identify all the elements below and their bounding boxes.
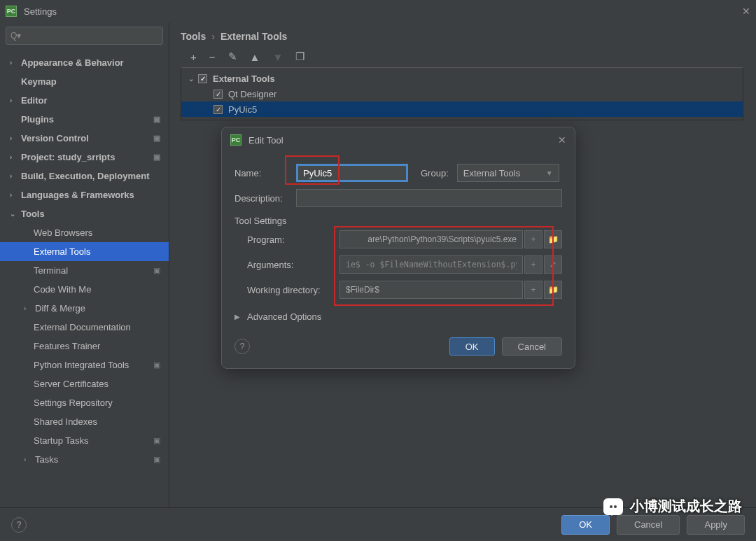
help-button[interactable]: ? (11, 517, 27, 533)
sidebar-item-codewithme[interactable]: Code With Me (0, 280, 169, 299)
apply-button[interactable]: Apply (687, 515, 745, 535)
external-tools-tree: ⌄✓External Tools ✓Qt Designer ✓PyUic5 (181, 67, 743, 120)
search-icon: Q▾ (10, 31, 21, 41)
program-field[interactable] (340, 230, 523, 248)
wechat-icon (603, 498, 623, 515)
dialog-close-icon[interactable]: ✕ (558, 134, 566, 146)
description-label: Description: (234, 193, 296, 204)
settings-tree: ›Appearance & Behavior Keymap ›Editor Pl… (0, 49, 169, 507)
browse-folder-icon[interactable]: 📁 (544, 281, 562, 299)
arguments-field[interactable] (340, 255, 523, 274)
sidebar-item-settings-repo[interactable]: Settings Repository (0, 393, 169, 412)
dialog-titlebar: PC Edit Tool ✕ (222, 127, 575, 153)
move-down-button[interactable]: ▼ (272, 51, 283, 63)
sidebar-item-diff-merge[interactable]: ›Diff & Merge (0, 299, 169, 318)
insert-macro-button[interactable]: + (524, 281, 542, 299)
working-dir-field[interactable] (340, 281, 523, 299)
sidebar-item-tasks[interactable]: ›Tasks▣ (0, 450, 169, 469)
sidebar-item-build[interactable]: ›Build, Execution, Deployment (0, 167, 169, 185)
sidebar-item-editor[interactable]: ›Editor (0, 91, 169, 110)
sidebar-item-plugins[interactable]: Plugins▣ (0, 110, 169, 129)
dialog-ok-button[interactable]: OK (449, 337, 495, 356)
settings-sidebar: Q▾ ›Appearance & Behavior Keymap ›Editor… (0, 22, 169, 507)
cancel-button[interactable]: Cancel (617, 515, 680, 535)
move-up-button[interactable]: ▲ (250, 51, 260, 63)
group-combo[interactable]: External Tools▼ (457, 164, 559, 182)
advanced-options-toggle[interactable]: ▶Advanced Options (234, 311, 562, 322)
add-button[interactable]: + (190, 51, 197, 63)
gear-icon: ▣ (153, 115, 160, 124)
tool-settings-header: Tool Settings (234, 216, 562, 226)
gear-icon: ▣ (153, 455, 160, 464)
window-title: Settings (24, 6, 57, 17)
name-label: Name: (234, 168, 296, 178)
checkbox-icon[interactable]: ✓ (214, 90, 223, 99)
remove-button[interactable]: − (209, 51, 216, 63)
tree-item-qt-designer[interactable]: ✓Qt Designer (181, 86, 743, 101)
name-field[interactable] (296, 164, 408, 182)
sidebar-item-project[interactable]: ›Project: study_srripts▣ (0, 148, 169, 167)
group-label: Group: (421, 168, 449, 178)
edit-tool-dialog: PC Edit Tool ✕ Name: Group: External Too… (221, 127, 575, 369)
watermark: 小博测试成长之路 (603, 497, 742, 516)
sidebar-item-lang[interactable]: ›Languages & Frameworks (0, 185, 169, 204)
arguments-label: Arguments: (247, 260, 340, 270)
insert-macro-button[interactable]: + (524, 255, 542, 274)
copy-button[interactable]: ❐ (295, 50, 304, 63)
chevron-down-icon: ▼ (546, 169, 553, 177)
gear-icon: ▣ (153, 266, 160, 275)
sidebar-item-appearance[interactable]: ›Appearance & Behavior (0, 53, 169, 72)
insert-macro-button[interactable]: + (524, 230, 542, 248)
gear-icon: ▣ (153, 436, 160, 445)
gear-icon: ▣ (153, 153, 160, 162)
edit-button[interactable]: ✎ (228, 50, 237, 63)
ok-button[interactable]: OK (561, 515, 610, 535)
sidebar-item-tools[interactable]: ⌄Tools (0, 204, 169, 223)
window-close-icon[interactable]: ✕ (742, 6, 750, 17)
sidebar-item-web-browsers[interactable]: Web Browsers (0, 223, 169, 242)
sidebar-item-python-tools[interactable]: Python Integrated Tools▣ (0, 356, 169, 374)
description-field[interactable] (296, 189, 562, 207)
pycharm-icon: PC (230, 134, 241, 146)
checkbox-icon[interactable]: ✓ (214, 105, 223, 114)
window-titlebar: PC Settings ✕ (0, 0, 756, 22)
tree-item-pyuic5[interactable]: ✓PyUic5 (181, 101, 743, 117)
dialog-cancel-button[interactable]: Cancel (502, 337, 562, 356)
browse-folder-icon[interactable]: 📁 (544, 230, 562, 248)
dialog-title: Edit Tool (248, 135, 284, 146)
sidebar-item-startup[interactable]: Startup Tasks▣ (0, 431, 169, 450)
sidebar-item-ext-doc[interactable]: External Documentation (0, 318, 169, 337)
sidebar-item-shared-idx[interactable]: Shared Indexes (0, 412, 169, 431)
pycharm-icon: PC (6, 6, 17, 17)
program-label: Program: (247, 234, 340, 245)
gear-icon: ▣ (153, 134, 160, 143)
sidebar-item-server-certs[interactable]: Server Certificates (0, 374, 169, 393)
search-input[interactable]: Q▾ (6, 27, 163, 45)
gear-icon: ▣ (153, 360, 160, 370)
chevron-right-icon: ▶ (234, 313, 240, 321)
tree-root[interactable]: ⌄✓External Tools (181, 71, 743, 86)
sidebar-item-terminal[interactable]: Terminal▣ (0, 261, 169, 280)
checkbox-icon[interactable]: ✓ (198, 74, 207, 83)
dialog-help-button[interactable]: ? (234, 339, 250, 354)
sidebar-item-keymap[interactable]: Keymap (0, 72, 169, 91)
sidebar-item-features[interactable]: Features Trainer (0, 337, 169, 356)
external-tools-toolbar: + − ✎ ▲ ▼ ❐ (181, 49, 756, 67)
sidebar-item-external-tools[interactable]: External Tools (0, 242, 169, 261)
expand-icon[interactable]: ⤢ (544, 255, 562, 274)
sidebar-item-vcs[interactable]: ›Version Control▣ (0, 129, 169, 148)
breadcrumb: Tools›External Tools (181, 22, 756, 49)
working-dir-label: Working directory: (247, 285, 340, 295)
